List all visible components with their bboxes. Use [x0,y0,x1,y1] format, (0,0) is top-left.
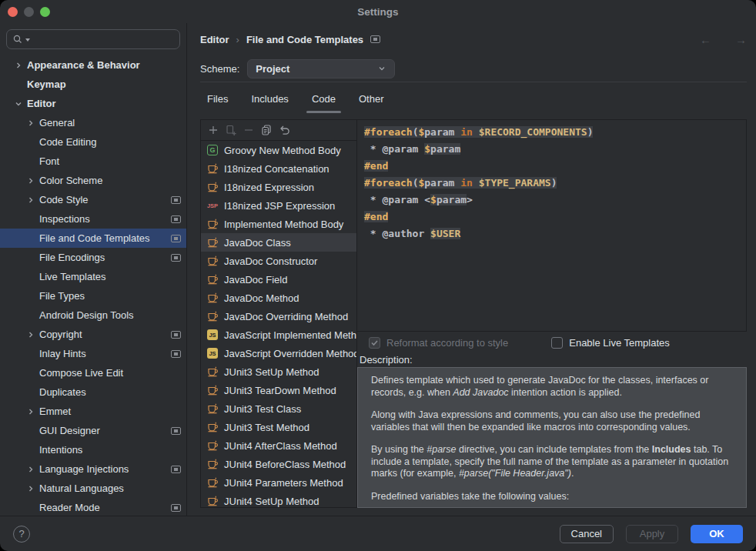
template-item-i18nized-jsp-expression[interactable]: JSPI18nized JSP Expression [201,196,356,215]
template-item-label: JUnit4 AfterClass Method [224,440,337,452]
template-code-editor[interactable]: #foreach($param in $RECORD_COMPONENTS) *… [357,119,747,332]
tree-item-editor[interactable]: Editor [0,94,186,113]
template-item-implemented-method-body[interactable]: Implemented Method Body [201,215,356,233]
template-item-javadoc-class[interactable]: JavaDoc Class [201,233,356,252]
tree-item-gui-designer[interactable]: GUI Designer [0,421,186,440]
help-button[interactable]: ? [13,526,30,543]
tree-item-file-encodings[interactable]: File Encodings [0,248,186,267]
tab-other[interactable]: Other [357,82,386,115]
close-window-button[interactable] [8,7,18,17]
tree-chevron-icon[interactable] [23,195,39,205]
template-item-javadoc-method[interactable]: JavaDoc Method [201,289,356,307]
tree-chevron-icon[interactable] [23,407,39,416]
template-item-junit3-test-class[interactable]: JUnit3 Test Class [201,399,356,418]
template-item-junit4-afterclass-method[interactable]: JUnit4 AfterClass Method [201,436,356,455]
tree-item-keymap[interactable]: Keymap [0,75,186,94]
template-item-javascript-overridden-method[interactable]: JSJavaScript Overridden Method [201,344,356,362]
tree-chevron-icon[interactable] [11,61,27,70]
template-item-label: JavaDoc Field [224,274,287,286]
template-item-i18nized-expression[interactable]: I18nized Expression [201,178,356,196]
forward-button[interactable]: → [735,33,747,46]
scheme-select[interactable]: Project [247,59,395,78]
tab-code[interactable]: Code [310,82,337,115]
tree-item-general[interactable]: General [0,113,186,132]
tree-item-label: Language Injections [39,463,129,475]
settings-search-input[interactable] [6,29,180,49]
template-item-junit3-teardown-method[interactable]: JUnit3 TearDown Method [201,381,356,399]
tree-item-compose-live-edit[interactable]: Compose Live Edit [0,363,186,382]
tree-item-android-design-tools[interactable]: Android Design Tools [0,306,186,325]
tree-item-inspections[interactable]: Inspections [0,209,186,229]
monitor-icon [171,331,181,339]
settings-sidebar: Appearance & BehaviorKeymapEditorGeneral… [0,23,187,516]
reset-template-button[interactable] [278,124,291,136]
template-item-groovy-new-method-body[interactable]: GGroovy New Method Body [201,141,356,159]
template-item-junit3-test-method[interactable]: JUnit3 Test Method [201,418,356,436]
tree-item-inlay-hints[interactable]: Inlay Hints [0,344,186,363]
template-item-label: JUnit3 Test Class [224,403,301,415]
tree-item-live-templates[interactable]: Live Templates [0,267,186,286]
tab-files[interactable]: Files [206,82,229,115]
template-item-label: JavaDoc Constructor [224,255,317,267]
tree-item-label: Intentions [39,444,82,456]
template-item-label: I18nized JSP Expression [224,200,335,212]
template-item-i18nized-concatenation[interactable]: I18nized Concatenation [201,159,356,178]
template-item-javadoc-constructor[interactable]: JavaDoc Constructor [201,252,356,270]
tree-item-label: Compose Live Edit [39,367,123,379]
minimize-window-button[interactable] [24,7,34,17]
tree-item-font[interactable]: Font [0,152,186,171]
tree-item-code-editing[interactable]: Code Editing [0,132,186,152]
template-item-junit4-beforeclass-method[interactable]: JUnit4 BeforeClass Method [201,455,356,473]
template-item-javascript-implemented-method[interactable]: JSJavaScript Implemented Method [201,326,356,344]
template-item-junit4-setup-method[interactable]: JUnit4 SetUp Method [201,492,356,507]
tree-item-reader-mode[interactable]: Reader Mode [0,498,186,516]
tree-item-natural-languages[interactable]: Natural Languages [0,479,186,498]
cancel-button[interactable]: Cancel [560,525,614,543]
tree-item-label: Code Style [39,194,89,205]
tree-item-emmet[interactable]: Emmet [0,402,186,421]
template-item-label: JavaScript Overridden Method [224,348,356,359]
template-item-junit4-parameters-method[interactable]: JUnit4 Parameters Method [201,473,356,492]
tree-item-intentions[interactable]: Intentions [0,440,186,459]
tree-item-code-style[interactable]: Code Style [0,190,186,209]
tree-item-label: Emmet [39,406,71,417]
tree-item-appearance-behavior[interactable]: Appearance & Behavior [0,55,186,75]
tree-item-duplicates[interactable]: Duplicates [0,382,186,402]
zoom-window-button[interactable] [40,7,50,17]
tree-item-file-types[interactable]: File Types [0,286,186,306]
java-icon [206,476,219,489]
reformat-checkbox[interactable] [369,337,380,349]
settings-tree: Appearance & BehaviorKeymapEditorGeneral… [0,55,186,516]
tree-chevron-icon[interactable] [23,330,39,339]
java-icon [206,421,219,433]
tree-item-color-scheme[interactable]: Color Scheme [0,171,186,190]
java-icon [206,310,219,322]
java-icon [206,255,219,267]
apply-button[interactable]: Apply [626,525,678,543]
tree-item-copyright[interactable]: Copyright [0,325,186,344]
ok-button[interactable]: OK [691,525,743,543]
template-item-junit3-setup-method[interactable]: JUnit3 SetUp Method [201,362,356,381]
tree-item-label: General [39,117,75,129]
template-list-toolbar [201,120,356,141]
template-item-javadoc-overriding-method[interactable]: JavaDoc Overriding Method [201,307,356,326]
jsp-icon: JSP [206,199,219,212]
create-child-template-button[interactable] [225,124,237,136]
add-template-button[interactable] [207,124,219,136]
tree-item-language-injections[interactable]: Language Injections [0,459,186,479]
template-item-javadoc-field[interactable]: JavaDoc Field [201,270,356,289]
copy-template-button[interactable] [260,124,273,136]
remove-template-button[interactable] [243,124,255,136]
tree-chevron-icon[interactable] [11,99,27,109]
tree-item-file-and-code-templates[interactable]: File and Code Templates [0,229,186,248]
tree-item-label: Appearance & Behavior [27,59,140,71]
back-button[interactable]: ← [700,33,711,46]
tree-chevron-icon[interactable] [23,119,39,128]
tree-chevron-icon[interactable] [23,484,39,493]
tree-chevron-icon[interactable] [23,465,39,474]
live-templates-checkbox[interactable] [551,337,563,349]
tree-chevron-icon[interactable] [23,176,39,185]
tab-includes[interactable]: Includes [249,82,289,115]
template-item-label: I18nized Concatenation [224,163,329,175]
breadcrumb-editor[interactable]: Editor [200,34,229,45]
